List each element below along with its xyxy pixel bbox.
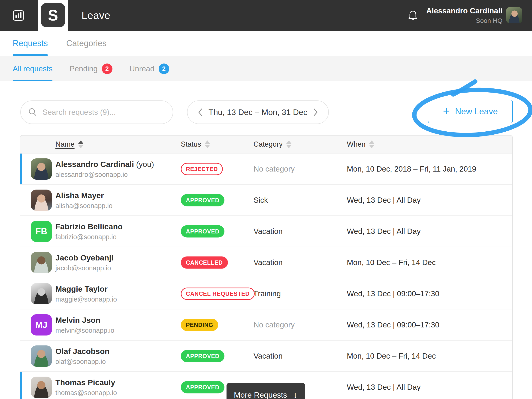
pending-count-badge: 2 <box>102 63 113 74</box>
leave-page: S Leave Alessandro Cardinali Soon HQ Req… <box>0 0 532 399</box>
search-requests-box[interactable] <box>20 101 173 124</box>
column-header-category[interactable]: Category <box>253 136 291 153</box>
app-logo-tab[interactable]: S <box>38 0 68 34</box>
requester-name-cell: Thomas Picauly thomas@soonapp.io <box>55 378 117 396</box>
status-badge: APPROVED <box>181 194 224 206</box>
avatar <box>31 252 52 273</box>
sort-arrows-icon[interactable] <box>286 140 291 148</box>
table-row[interactable]: Olaf Jacobson olaf@soonapp.io APPROVED V… <box>20 340 512 371</box>
when-cell: Wed, 13 Dec | All Day <box>347 227 421 236</box>
previous-range-icon[interactable] <box>197 108 203 117</box>
table-row[interactable]: Alessandro Cardinali (you) alessandro@so… <box>20 153 512 184</box>
more-requests-label: More Requests <box>234 390 287 399</box>
when-cell: Wed, 13 Dec | 09:00–17:30 <box>347 289 439 298</box>
more-requests-button[interactable]: More Requests ↓ <box>227 383 305 399</box>
filter-unread-label: Unread <box>130 64 154 73</box>
requester-name-cell: Melvin Json melvin@soonapp.io <box>55 315 114 334</box>
date-range-navigator: Thu, 13 Dec – Mon, 31 Dec <box>187 101 329 124</box>
avatar <box>31 158 52 180</box>
when-cell: Wed, 13 Dec | All Day <box>347 196 421 205</box>
avatar <box>31 345 52 367</box>
requester-name-cell: Alessandro Cardinali (you) alessandro@so… <box>55 159 154 178</box>
tab-requests[interactable]: Requests <box>13 31 48 56</box>
new-leave-label: New Leave <box>455 107 498 116</box>
column-header-name[interactable]: Name <box>55 136 83 153</box>
when-cell: Mon, 10 Dec – Fri, 14 Dec <box>347 352 436 361</box>
unread-count-badge: 2 <box>159 63 169 74</box>
soon-logo[interactable]: S <box>41 3 65 27</box>
category-cell: Vacation <box>253 227 283 236</box>
category-cell: Vacation <box>253 258 283 267</box>
new-leave-button[interactable]: + New Leave <box>428 100 513 123</box>
status-badge: REJECTED <box>181 163 223 175</box>
sort-arrows-icon[interactable] <box>205 140 210 148</box>
when-cell: Mon, 10 Dec, 2018 – Fri, 11 Jan, 2019 <box>347 165 476 173</box>
table-row[interactable]: MJ Melvin Json melvin@soonapp.io PENDING… <box>20 309 512 340</box>
category-cell: Sick <box>253 196 268 205</box>
sort-arrows-icon[interactable] <box>369 140 374 148</box>
requester-name-cell: Maggie Taylor maggie@soonapp.io <box>55 284 117 303</box>
when-cell: Mon, 10 Dec – Fri, 14 Dec <box>347 258 436 267</box>
date-range-label[interactable]: Thu, 13 Dec – Mon, 31 Dec <box>209 108 307 117</box>
avatar <box>31 190 52 211</box>
page-title: Leave <box>82 0 110 31</box>
filter-pending[interactable]: Pending 2 <box>70 56 112 81</box>
category-cell: Vacation <box>253 352 283 361</box>
avatar <box>31 377 52 398</box>
status-badge: PENDING <box>181 319 218 331</box>
user-name: Alessandro Cardinali <box>426 6 502 15</box>
status-badge: CANCEL REQUESTED <box>181 287 255 300</box>
when-cell: Wed, 13 Dec | All Day <box>347 383 421 392</box>
notifications-bell-icon[interactable] <box>408 10 418 21</box>
requests-table: Name Status Category When Alessandro Car… <box>20 135 513 399</box>
category-cell: Training <box>253 289 281 298</box>
search-icon <box>28 108 37 117</box>
avatar-initials: FB <box>31 221 52 242</box>
top-bar: S Leave Alessandro Cardinali Soon HQ <box>0 0 532 31</box>
status-badge: APPROVED <box>181 350 224 362</box>
requester-name-cell: Fabrizio Bellicano fabrizio@soonapp.io <box>55 222 123 241</box>
table-header: Name Status Category When <box>20 136 512 153</box>
sidebar-toggle-icon[interactable] <box>13 10 24 21</box>
table-row[interactable]: Jacob Oyebanji jacob@soonapp.io CANCELLE… <box>20 247 512 278</box>
table-row[interactable]: Maggie Taylor maggie@soonapp.io CANCEL R… <box>20 278 512 309</box>
status-badge: APPROVED <box>181 225 224 237</box>
primary-tabs: Requests Categories <box>0 31 532 56</box>
status-badge: APPROVED <box>181 381 224 393</box>
avatar <box>31 283 52 304</box>
category-cell: No category <box>253 165 295 173</box>
arrow-down-icon: ↓ <box>293 390 298 399</box>
next-range-icon[interactable] <box>313 108 319 117</box>
avatar-initials: MJ <box>31 314 52 336</box>
filter-all-requests[interactable]: All requests <box>13 56 52 81</box>
search-input[interactable] <box>43 108 165 117</box>
user-menu[interactable]: Alessandro Cardinali Soon HQ <box>426 0 502 31</box>
sort-arrows-icon[interactable] <box>78 140 83 148</box>
requester-name-cell: Olaf Jacobson olaf@soonapp.io <box>55 347 109 365</box>
category-cell: No category <box>253 321 295 329</box>
requester-name-cell: Jacob Oyebanji jacob@soonapp.io <box>55 253 113 272</box>
requester-name-cell: Alisha Mayer alisha@soonapp.io <box>55 191 113 209</box>
column-header-when[interactable]: When <box>347 136 374 153</box>
filter-unread[interactable]: Unread 2 <box>130 56 169 81</box>
table-row[interactable]: Alisha Mayer alisha@soonapp.io APPROVED … <box>20 184 512 215</box>
tab-categories[interactable]: Categories <box>66 31 107 56</box>
table-row[interactable]: FB Fabrizio Bellicano fabrizio@soonapp.i… <box>20 215 512 247</box>
filter-pending-label: Pending <box>70 64 97 73</box>
plus-icon: + <box>443 105 450 117</box>
column-header-status[interactable]: Status <box>181 136 210 153</box>
user-organization: Soon HQ <box>476 17 502 25</box>
filter-tabs: All requests Pending 2 Unread 2 <box>0 56 532 81</box>
user-avatar[interactable] <box>506 7 522 23</box>
status-badge: CANCELLED <box>181 256 228 269</box>
when-cell: Wed, 13 Dec | 09:00–17:30 <box>347 321 439 329</box>
